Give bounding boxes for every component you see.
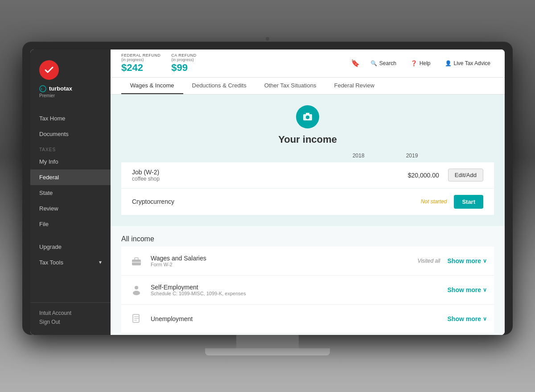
sidebar-footer: Intuit Account Sign Out xyxy=(30,302,111,335)
wages-visited: Visited all xyxy=(417,258,440,264)
chevron-down-icon: ∨ xyxy=(483,258,487,264)
sidebar-item-documents[interactable]: Documents xyxy=(30,126,111,142)
tab-deductions-credits[interactable]: Deductions & Credits xyxy=(183,78,255,94)
sign-out-link[interactable]: Sign Out xyxy=(39,319,102,325)
wages-label: Wages and Salaries Form W-2 xyxy=(151,255,417,267)
chevron-down-icon: ▾ xyxy=(99,259,102,265)
job-amount: $20,000.00 xyxy=(395,172,439,179)
income-hero: Your income 2018 2019 Job (W xyxy=(111,95,505,226)
intuit-account-link[interactable]: Intuit Account xyxy=(39,310,102,316)
tabs: Wages & Income Deductions & Credits Othe… xyxy=(111,78,505,95)
job-sub: coffee shop xyxy=(132,176,395,182)
income-icon xyxy=(296,105,319,128)
tab-federal-review[interactable]: Federal Review xyxy=(325,78,383,94)
self-employment-sub: Schedule C: 1099-MISC, 1099-K, expenses xyxy=(151,291,448,296)
list-item-self-employment: Self-Employment Schedule C: 1099-MISC, 1… xyxy=(121,276,494,305)
self-employment-label: Self-Employment Schedule C: 1099-MISC, 1… xyxy=(151,284,448,296)
sidebar-navigation: Tax Home Documents TAXES My Info Federal… xyxy=(30,107,111,302)
list-item-wages: Wages and Salaries Form W-2 Visited all … xyxy=(121,247,494,276)
hero-title: Your income xyxy=(278,134,337,145)
document-icon xyxy=(128,311,144,327)
sidebar-item-upgrade[interactable]: Upgrade xyxy=(30,239,111,255)
job-name: Job (W-2) xyxy=(132,169,395,176)
income-row-crypto: Cryptocurrency Not started Start xyxy=(121,189,494,215)
tab-wages-income[interactable]: Wages & Income xyxy=(121,78,183,94)
table-header: 2018 2019 xyxy=(121,153,494,162)
person-icon xyxy=(128,282,144,298)
brand-name: turbotax xyxy=(49,85,72,92)
svg-point-9 xyxy=(133,291,140,295)
start-button[interactable]: Start xyxy=(454,195,483,209)
ca-refund-label: CA REFUND xyxy=(171,53,197,58)
chevron-down-icon: ∨ xyxy=(483,287,487,293)
search-button[interactable]: 🔍 Search xyxy=(367,58,400,68)
main-content: FEDERAL REFUND (in progress) $242 CA REF… xyxy=(111,50,505,335)
briefcase-icon xyxy=(128,253,144,269)
bookmark-icon[interactable]: 🔖 xyxy=(351,59,360,67)
crypto-status: Not started xyxy=(421,198,447,205)
sidebar-item-tax-tools[interactable]: Tax Tools ▾ xyxy=(30,255,111,270)
sidebar-item-tax-home[interactable]: Tax Home xyxy=(30,111,111,126)
svg-rect-6 xyxy=(135,258,138,260)
logo-circle xyxy=(39,60,59,80)
top-bar: FEDERAL REFUND (in progress) $242 CA REF… xyxy=(111,50,505,78)
crypto-name: Cryptocurrency xyxy=(132,198,421,205)
sidebar-item-review[interactable]: Review xyxy=(30,201,111,216)
sidebar-item-file[interactable]: File xyxy=(30,216,111,232)
year-2018-header: 2018 xyxy=(341,153,376,159)
sidebar-item-federal[interactable]: Federal xyxy=(30,169,111,185)
monitor-frame: t turbotax Premier Tax Home Documents TA… xyxy=(22,41,513,335)
job-label: Job (W-2) coffee shop xyxy=(132,169,395,182)
ca-refund: CA REFUND (in progress) $99 xyxy=(171,53,197,74)
wages-show-more-button[interactable]: Show more ∨ xyxy=(448,257,487,264)
edit-add-button[interactable]: Edit/Add xyxy=(448,169,483,182)
income-row-job: Job (W-2) coffee shop $20,000.00 Edit/Ad… xyxy=(121,162,494,188)
turbotax-brand: t turbotax xyxy=(39,85,72,92)
content-area: Your income 2018 2019 Job (W xyxy=(111,95,505,335)
wages-sub: Form W-2 xyxy=(151,262,417,267)
tab-other-tax-situations[interactable]: Other Tax Situations xyxy=(255,78,325,94)
wages-name: Wages and Salaries xyxy=(151,255,417,262)
self-employment-show-more-button[interactable]: Show more ∨ xyxy=(448,286,487,293)
live-tax-advice-button[interactable]: 👤 Live Tax Advice xyxy=(441,58,494,68)
list-item-unemployment: Unemployment Show more ∨ xyxy=(121,305,494,334)
income-table: 2018 2019 Job (W-2) coffee shop $20 xyxy=(121,153,494,215)
svg-point-8 xyxy=(135,286,138,289)
taxes-section-label: TAXES xyxy=(30,142,111,154)
federal-refund-amount: $242 xyxy=(121,62,160,74)
federal-refund-sub: (in progress) xyxy=(121,58,160,62)
search-icon: 🔍 xyxy=(370,60,377,66)
sidebar: t turbotax Premier Tax Home Documents TA… xyxy=(30,50,111,335)
ca-refund-sub: (in progress) xyxy=(171,58,197,62)
unemployment-name: Unemployment xyxy=(151,315,448,322)
all-income-title: All income xyxy=(121,235,494,243)
logo-area: t turbotax Premier xyxy=(30,50,111,107)
svg-rect-4 xyxy=(306,113,309,115)
crypto-label: Cryptocurrency xyxy=(132,198,421,205)
svg-text:t: t xyxy=(41,87,42,91)
svg-point-3 xyxy=(306,116,309,119)
sidebar-item-my-info[interactable]: My Info xyxy=(30,154,111,169)
help-button[interactable]: ❓ Help xyxy=(407,58,434,68)
chevron-down-icon: ∨ xyxy=(483,316,487,322)
federal-refund: FEDERAL REFUND (in progress) $242 xyxy=(121,53,160,74)
ca-refund-amount: $99 xyxy=(171,62,197,74)
top-actions: 🔖 🔍 Search ❓ Help 👤 Live Tax Advice xyxy=(351,58,494,68)
brand-tier: Premier xyxy=(39,93,55,98)
all-income-section: All income Wages and xyxy=(111,226,505,334)
year-2019-header: 2019 xyxy=(394,153,430,159)
person-icon: 👤 xyxy=(445,60,452,66)
self-employment-name: Self-Employment xyxy=(151,284,448,291)
federal-refund-label: FEDERAL REFUND xyxy=(121,53,160,58)
help-icon: ❓ xyxy=(411,60,417,66)
sidebar-item-state[interactable]: State xyxy=(30,185,111,201)
screen: t turbotax Premier Tax Home Documents TA… xyxy=(30,50,505,335)
monitor-stand-neck xyxy=(236,335,299,348)
monitor-stand-base xyxy=(205,348,330,355)
refund-area: FEDERAL REFUND (in progress) $242 CA REF… xyxy=(121,53,197,74)
unemployment-label: Unemployment xyxy=(151,315,448,322)
unemployment-show-more-button[interactable]: Show more ∨ xyxy=(448,315,487,322)
